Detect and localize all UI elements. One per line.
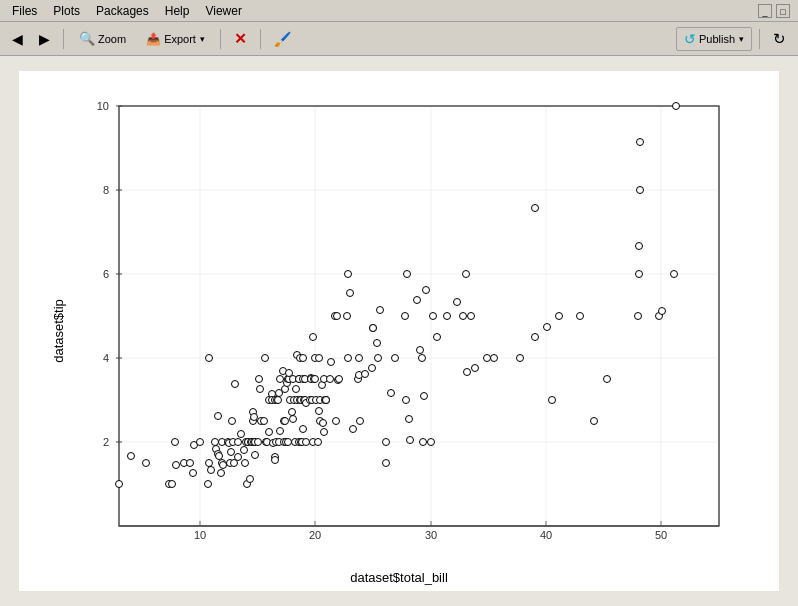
menu-packages[interactable]: Packages bbox=[88, 2, 157, 20]
svg-point-41 bbox=[187, 460, 194, 467]
svg-point-120 bbox=[290, 416, 297, 423]
svg-point-216 bbox=[517, 355, 524, 362]
svg-point-192 bbox=[392, 355, 399, 362]
svg-text:30: 30 bbox=[425, 529, 437, 541]
svg-point-191 bbox=[388, 390, 395, 397]
svg-point-169 bbox=[333, 418, 340, 425]
svg-point-35 bbox=[143, 460, 150, 467]
svg-point-233 bbox=[673, 103, 680, 110]
export-button[interactable]: 📤 Export ▾ bbox=[138, 28, 213, 50]
svg-point-170 bbox=[334, 313, 341, 320]
svg-point-177 bbox=[350, 426, 357, 433]
menu-files[interactable]: Files bbox=[4, 2, 45, 20]
svg-point-201 bbox=[420, 439, 427, 446]
minimize-icon[interactable]: _ bbox=[758, 4, 772, 18]
svg-point-200 bbox=[419, 355, 426, 362]
svg-point-175 bbox=[345, 271, 352, 278]
forward-button[interactable]: ▶ bbox=[33, 27, 56, 51]
export-icon: 📤 bbox=[146, 32, 161, 46]
svg-point-61 bbox=[228, 449, 235, 456]
svg-point-182 bbox=[362, 371, 369, 378]
svg-point-44 bbox=[197, 439, 204, 446]
svg-point-153 bbox=[315, 439, 322, 446]
svg-point-85 bbox=[256, 376, 263, 383]
svg-point-75 bbox=[247, 476, 254, 483]
svg-point-221 bbox=[556, 313, 563, 320]
plot-wrapper: dataset$tip dataset$total_bill 2 4 6 bbox=[19, 71, 779, 591]
svg-point-155 bbox=[316, 408, 323, 415]
svg-point-46 bbox=[206, 460, 213, 467]
svg-point-124 bbox=[293, 386, 300, 393]
toolbar: ◀ ▶ 🔍 Zoom 📤 Export ▾ ✕ 🖌️ ↺ Publish ▾ ↻ bbox=[0, 22, 798, 56]
clear-button[interactable]: ✕ bbox=[228, 26, 253, 52]
svg-point-119 bbox=[289, 409, 296, 416]
svg-point-210 bbox=[463, 271, 470, 278]
y-axis-label: dataset$tip bbox=[51, 299, 66, 363]
zoom-button[interactable]: 🔍 Zoom bbox=[71, 27, 134, 50]
svg-point-227 bbox=[636, 243, 643, 250]
svg-point-189 bbox=[383, 460, 390, 467]
svg-point-150 bbox=[312, 376, 319, 383]
svg-point-219 bbox=[544, 324, 551, 331]
svg-point-226 bbox=[636, 271, 643, 278]
separator-1 bbox=[63, 29, 64, 49]
brush-icon: 🖌️ bbox=[274, 31, 291, 47]
back-button[interactable]: ◀ bbox=[6, 27, 29, 51]
svg-point-136 bbox=[300, 426, 307, 433]
svg-point-154 bbox=[316, 355, 323, 362]
svg-point-197 bbox=[407, 437, 414, 444]
publish-icon: ↺ bbox=[684, 31, 696, 47]
svg-point-45 bbox=[205, 481, 212, 488]
svg-point-196 bbox=[406, 416, 413, 423]
svg-point-105 bbox=[277, 376, 284, 383]
svg-point-213 bbox=[472, 365, 479, 372]
svg-text:8: 8 bbox=[103, 184, 109, 196]
svg-point-86 bbox=[257, 386, 264, 393]
svg-point-208 bbox=[454, 299, 461, 306]
svg-text:40: 40 bbox=[540, 529, 552, 541]
publish-button[interactable]: ↺ Publish ▾ bbox=[676, 27, 752, 51]
svg-text:20: 20 bbox=[309, 529, 321, 541]
svg-point-229 bbox=[637, 139, 644, 146]
svg-point-54 bbox=[218, 470, 225, 477]
menu-viewer[interactable]: Viewer bbox=[197, 2, 249, 20]
export-dropdown-arrow[interactable]: ▾ bbox=[200, 34, 205, 44]
brush-button[interactable]: 🖌️ bbox=[268, 27, 297, 51]
svg-point-47 bbox=[206, 355, 213, 362]
svg-point-88 bbox=[261, 418, 268, 425]
separator-4 bbox=[759, 29, 760, 49]
svg-text:2: 2 bbox=[103, 436, 109, 448]
svg-point-53 bbox=[216, 453, 223, 460]
menu-plots[interactable]: Plots bbox=[45, 2, 88, 20]
menu-bar: Files Plots Packages Help Viewer _ □ bbox=[0, 0, 798, 22]
svg-point-57 bbox=[220, 462, 227, 469]
svg-point-211 bbox=[464, 369, 471, 376]
svg-text:10: 10 bbox=[97, 100, 109, 112]
maximize-icon[interactable]: □ bbox=[776, 4, 790, 18]
refresh-icon: ↻ bbox=[773, 30, 786, 48]
svg-point-110 bbox=[282, 418, 289, 425]
zoom-label: Zoom bbox=[98, 33, 126, 45]
svg-point-187 bbox=[375, 355, 382, 362]
svg-point-174 bbox=[345, 355, 352, 362]
svg-point-142 bbox=[303, 439, 310, 446]
back-icon: ◀ bbox=[12, 31, 23, 47]
svg-point-220 bbox=[549, 397, 556, 404]
publish-dropdown-arrow[interactable]: ▾ bbox=[739, 34, 744, 44]
svg-point-205 bbox=[430, 313, 437, 320]
svg-point-68 bbox=[238, 431, 245, 438]
svg-point-181 bbox=[357, 418, 364, 425]
svg-point-48 bbox=[208, 467, 215, 474]
menu-help[interactable]: Help bbox=[157, 2, 198, 20]
svg-point-228 bbox=[637, 187, 644, 194]
svg-point-225 bbox=[635, 313, 642, 320]
refresh-button[interactable]: ↻ bbox=[767, 26, 792, 52]
svg-point-186 bbox=[374, 340, 381, 347]
scatter-plot: 2 4 6 8 10 10 20 bbox=[59, 91, 739, 571]
svg-point-99 bbox=[272, 457, 279, 464]
zoom-icon: 🔍 bbox=[79, 31, 95, 46]
plot-area: dataset$tip dataset$total_bill 2 4 6 bbox=[0, 56, 798, 606]
svg-point-203 bbox=[423, 287, 430, 294]
svg-point-52 bbox=[215, 413, 222, 420]
svg-point-224 bbox=[604, 376, 611, 383]
